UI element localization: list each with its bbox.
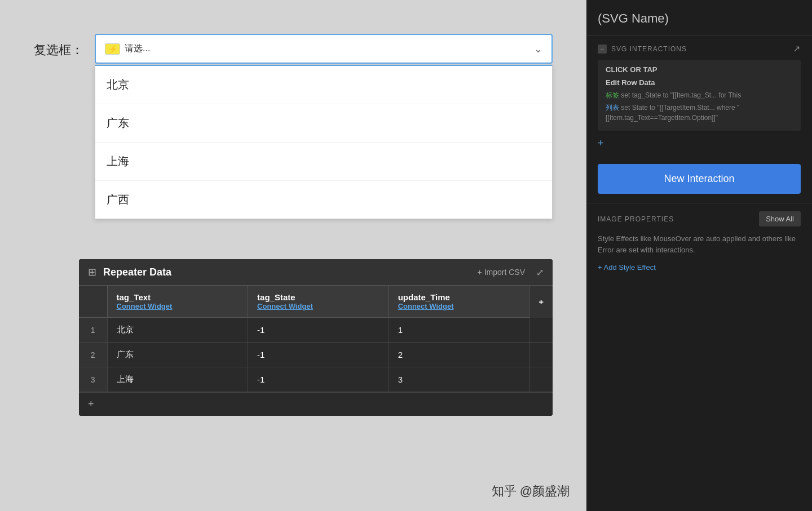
add-col-header[interactable]: + [529, 286, 553, 318]
connect-widget-col2[interactable]: Connect Widget [398, 302, 520, 310]
new-interaction-button[interactable]: New Interaction [598, 164, 801, 194]
data-table: tag_Text Connect Widget tag_State Connec… [79, 286, 553, 392]
detail2-text: set State to "[[TargetItem.Stat... where… [606, 104, 739, 122]
dropdown-item-1[interactable]: 广东 [95, 104, 552, 143]
connect-widget-col0[interactable]: Connect Widget [117, 302, 239, 310]
row3-action [529, 367, 553, 392]
row-num-2: 2 [79, 343, 107, 367]
interaction-detail-2: 列表 set State to "[[TargetItem.Stat... wh… [606, 103, 793, 123]
row2-col3: 2 [389, 343, 529, 367]
interaction-detail-1: 标签 set tag_State to "[[Item.tag_St... fo… [606, 90, 793, 100]
repeater-container: ⊞ Repeater Data + Import CSV ⤢ tag_Text … [79, 259, 553, 416]
row2-col1: 广东 [107, 343, 248, 367]
connect-widget-col1[interactable]: Connect Widget [257, 302, 379, 310]
add-row-button[interactable]: + [79, 392, 553, 416]
select-placeholder: 请选... [125, 43, 150, 55]
dropdown-list: 北京 广东 上海 广西 [95, 65, 553, 219]
add-interaction-button[interactable]: + [598, 135, 801, 154]
dropdown-item-2[interactable]: 上海 [95, 143, 552, 181]
row2-action [529, 343, 553, 367]
table-row: 3 上海 -1 3 [79, 367, 553, 392]
row1-action [529, 318, 553, 343]
collapse-icon[interactable]: − [598, 45, 607, 54]
row2-col2: -1 [248, 343, 389, 367]
expand-icon[interactable]: ⤢ [536, 267, 544, 278]
select-wrapper: ⚡ 请选... ⌄ 北京 广东 上海 广西 [95, 34, 553, 64]
flash-icon: ⚡ [105, 43, 120, 55]
row3-col3: 3 [389, 367, 529, 392]
col-header-tag-text: tag_Text Connect Widget [107, 286, 248, 318]
chevron-down-icon: ⌄ [534, 43, 542, 55]
detail1-text: set tag_State to "[[Item.tag_St... for T… [621, 91, 741, 99]
table-row: 1 北京 -1 1 [79, 318, 553, 343]
tag-green-1: 标签 [606, 91, 619, 99]
import-csv-label: Import CSV [484, 268, 525, 277]
table-row: 2 广东 -1 2 [79, 343, 553, 367]
svg-interactions-header: − SVG INTERACTIONS ↗ [586, 35, 812, 60]
tag-blue-2: 列表 [606, 104, 619, 112]
dropdown-item-0[interactable]: 北京 [95, 66, 552, 104]
row1-col3: 1 [389, 318, 529, 343]
interaction-group: CLICK OR TAP Edit Row Data 标签 set tag_St… [598, 60, 801, 131]
interactions-section: CLICK OR TAP Edit Row Data 标签 set tag_St… [586, 60, 812, 159]
row1-col1: 北京 [107, 318, 248, 343]
image-properties-label: IMAGE PROPERTIES [598, 215, 674, 223]
section-header-left: − SVG INTERACTIONS [598, 45, 687, 54]
dropdown-item-3[interactable]: 广西 [95, 181, 552, 219]
row3-col2: -1 [248, 367, 389, 392]
repeater-header: ⊞ Repeater Data + Import CSV ⤢ [79, 259, 553, 286]
col-header-tag-state: tag_State Connect Widget [248, 286, 389, 318]
export-icon[interactable]: ↗ [793, 43, 801, 54]
table-header-row: tag_Text Connect Widget tag_State Connec… [79, 286, 553, 318]
image-props-description: Style Effects like MouseOver are auto ap… [598, 233, 801, 255]
main-area: 复选框： ⚡ 请选... ⌄ 北京 广东 上海 广西 ⊞ Repeater Da… [0, 0, 586, 511]
panel-title: (SVG Name) [586, 0, 812, 35]
row3-col1: 上海 [107, 367, 248, 392]
select-field[interactable]: ⚡ 请选... ⌄ [95, 34, 553, 64]
checkbox-label: 复选框： [34, 42, 83, 59]
checkbox-row: 复选框： ⚡ 请选... ⌄ 北京 广东 上海 广西 [34, 34, 553, 64]
table-icon: ⊞ [88, 266, 96, 278]
interaction-action: Edit Row Data [606, 78, 793, 87]
col-header-update-time: update_Time Connect Widget [389, 286, 529, 318]
image-properties-section: IMAGE PROPERTIES Show All Style Effects … [586, 203, 812, 280]
plus-icon: + [477, 268, 482, 277]
right-panel: (SVG Name) − SVG INTERACTIONS ↗ CLICK OR… [586, 0, 812, 511]
watermark: 知乎 @颜盛潮 [492, 483, 570, 500]
import-csv-button[interactable]: + Import CSV [477, 268, 525, 277]
svg-interactions-label: SVG INTERACTIONS [611, 45, 687, 53]
interaction-trigger: CLICK OR TAP [606, 65, 793, 74]
row-num-1: 1 [79, 318, 107, 343]
repeater-title: Repeater Data [103, 266, 470, 278]
add-style-effect-button[interactable]: + Add Style Effect [598, 263, 656, 272]
row1-col2: -1 [248, 318, 389, 343]
image-props-header: IMAGE PROPERTIES Show All [598, 211, 801, 226]
show-all-button[interactable]: Show All [759, 211, 801, 226]
row-num-header [79, 286, 107, 318]
row-num-3: 3 [79, 367, 107, 392]
